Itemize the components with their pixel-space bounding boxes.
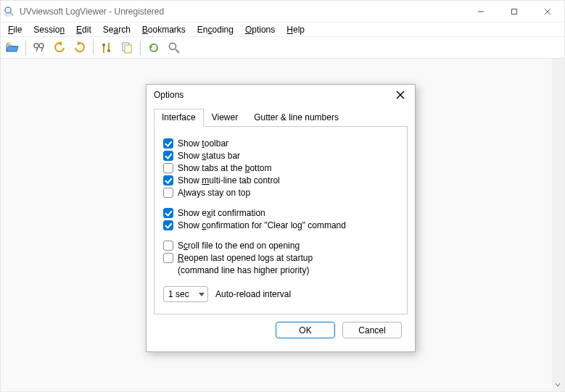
options-dialog: Options Interface Viewer Gutter & line n… (146, 84, 416, 352)
checkbox-icon[interactable] (163, 175, 173, 185)
svg-point-17 (170, 43, 176, 49)
option-label: Show toolbar (178, 138, 228, 149)
dialog-tabs: Interface Viewer Gutter & line numbers (154, 108, 408, 127)
option-show-toolbar[interactable]: Show toolbar (163, 138, 398, 149)
menu-options[interactable]: Options (239, 24, 281, 36)
minimize-button[interactable] (464, 1, 498, 22)
menubar: File Session Edit Search Bookmarks Encod… (1, 22, 564, 37)
svg-point-8 (39, 43, 44, 48)
toolbar (1, 37, 564, 59)
autoreload-value: 1 sec (168, 289, 189, 299)
checkbox-icon[interactable] (163, 188, 173, 198)
option-tabs-bottom[interactable]: Show tabs at the bottom (163, 162, 398, 174)
checkbox-icon[interactable] (163, 138, 173, 149)
checkbox-icon[interactable] (163, 220, 173, 230)
svg-rect-4 (512, 9, 517, 14)
svg-rect-2 (5, 14, 12, 16)
dialog-title: Options (154, 90, 390, 100)
option-label: Reopen last opened logs at startup (178, 252, 313, 264)
menu-edit[interactable]: Edit (70, 24, 97, 36)
svg-line-18 (176, 49, 179, 53)
svg-line-10 (41, 48, 43, 51)
tab-panel-interface: Show toolbar Show status bar Show tabs a… (154, 127, 408, 314)
svg-point-0 (5, 7, 11, 13)
close-button[interactable] (531, 1, 564, 22)
option-label: Show confirmation for "Clear log" comman… (178, 220, 346, 231)
option-show-statusbar[interactable]: Show status bar (163, 150, 398, 162)
checkbox-icon[interactable] (163, 151, 173, 161)
menu-help[interactable]: Help (281, 24, 310, 36)
copy-icon[interactable] (118, 39, 136, 57)
autoreload-combo[interactable]: 1 sec (163, 286, 208, 302)
autoreload-row: 1 sec Auto-reload interval (163, 286, 398, 302)
maximize-button[interactable] (498, 1, 531, 22)
dialog-buttons: OK Cancel (154, 314, 408, 343)
menu-bookmarks[interactable]: Bookmarks (136, 24, 191, 36)
window-controls (464, 1, 564, 22)
checkbox-icon[interactable] (163, 163, 173, 173)
vertical-scrollbar[interactable] (552, 59, 564, 391)
zoom-icon[interactable] (165, 39, 183, 57)
scroll-down-icon[interactable] (552, 379, 564, 391)
dialog-close-button[interactable] (390, 87, 411, 103)
svg-line-9 (36, 48, 38, 51)
checkbox-icon[interactable] (163, 253, 173, 263)
svg-rect-16 (125, 45, 131, 53)
cancel-button[interactable]: Cancel (342, 322, 402, 338)
option-reopen-note: (command line has higher priority) (178, 264, 398, 276)
checkbox-icon[interactable] (163, 208, 173, 218)
reload-icon[interactable] (145, 39, 162, 57)
menu-session[interactable]: Session (28, 24, 70, 36)
svg-point-12 (102, 43, 105, 46)
svg-rect-11 (103, 46, 104, 53)
option-stay-on-top[interactable]: Always stay on top (163, 187, 398, 199)
svg-point-14 (107, 49, 110, 51)
option-multiline-tab[interactable]: Show multi-line tab control (163, 175, 398, 186)
option-clearlog-confirm[interactable]: Show confirmation for "Clear log" comman… (163, 220, 398, 231)
option-label: Show multi-line tab control (178, 175, 280, 186)
option-label: Show exit confirmation (178, 207, 265, 219)
window-titlebar: UVviewsoft LogViewer - Unregistered (1, 1, 564, 22)
find-icon[interactable] (30, 39, 48, 57)
option-label: Always stay on top (178, 187, 250, 199)
tab-gutter[interactable]: Gutter & line numbers (246, 109, 347, 127)
menu-search[interactable]: Search (97, 24, 136, 36)
dialog-titlebar[interactable]: Options (147, 85, 415, 105)
toolbar-separator (25, 41, 26, 55)
autoreload-label: Auto-reload interval (215, 289, 291, 299)
open-icon[interactable] (4, 39, 21, 57)
svg-point-7 (34, 43, 38, 48)
option-label: Scroll file to the end on opening (178, 240, 300, 251)
toolbar-separator (93, 41, 94, 55)
svg-rect-13 (108, 43, 110, 49)
toolbar-separator (140, 41, 141, 55)
option-label: Show status bar (178, 150, 240, 162)
app-icon (4, 6, 15, 17)
chevron-down-icon (199, 293, 205, 296)
tab-interface[interactable]: Interface (154, 109, 204, 127)
window-title: UVviewsoft LogViewer - Unregistered (20, 7, 464, 17)
checkbox-icon[interactable] (163, 241, 173, 251)
menu-file[interactable]: File (2, 24, 28, 36)
find-prev-icon[interactable] (51, 39, 68, 57)
option-label: Show tabs at the bottom (178, 162, 271, 174)
settings-icon[interactable] (98, 39, 115, 57)
option-reopen-last[interactable]: Reopen last opened logs at startup (163, 252, 398, 264)
option-scroll-end[interactable]: Scroll file to the end on opening (163, 240, 398, 251)
menu-encoding[interactable]: Encoding (191, 24, 239, 36)
ok-button[interactable]: OK (276, 322, 335, 338)
tab-viewer[interactable]: Viewer (204, 109, 246, 127)
option-exit-confirm[interactable]: Show exit confirmation (163, 207, 398, 219)
find-next-icon[interactable] (71, 39, 88, 57)
